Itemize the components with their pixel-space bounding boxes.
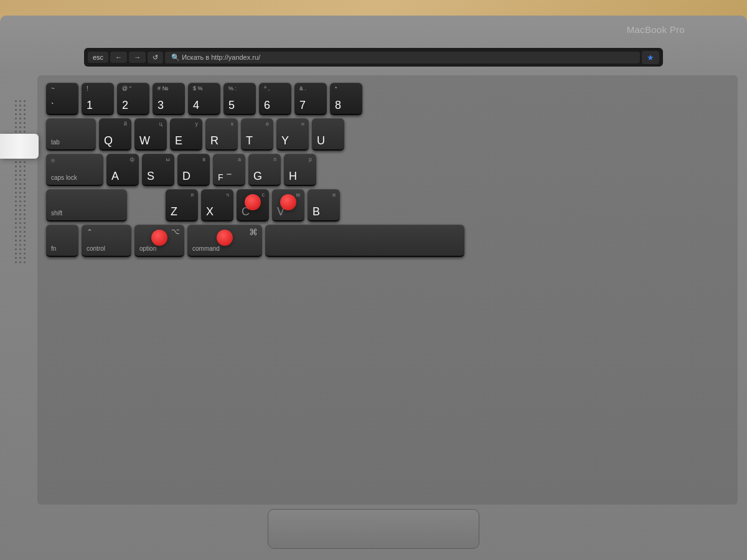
- key-tilde[interactable]: ~ `: [46, 83, 78, 115]
- touch-bar: esc ← → ↺ 🔍 Искать в http://yandex.ru/ ★: [84, 48, 663, 67]
- asdf-row: caps lock ф A ы S в D а: [46, 154, 733, 186]
- key-c[interactable]: с C: [237, 189, 269, 222]
- key-b[interactable]: и B: [308, 189, 340, 222]
- key-x[interactable]: ч X: [201, 189, 233, 222]
- key-option[interactable]: ⌥ option: [134, 225, 184, 257]
- key-shift-left[interactable]: shift: [46, 189, 127, 222]
- chassis: MacBook Pro esc ← → ↺ 🔍 Искать в http://…: [0, 16, 747, 560]
- red-dot-command: [217, 230, 233, 246]
- tb-refresh[interactable]: ↺: [148, 52, 163, 63]
- number-row: ~ ` ! 1 @ " 2 # № 3: [46, 83, 733, 115]
- key-q[interactable]: й Q: [99, 118, 131, 151]
- key-h[interactable]: р H: [284, 154, 316, 186]
- key-6[interactable]: ^ , 6: [259, 83, 291, 115]
- key-g[interactable]: п G: [248, 154, 281, 186]
- red-dot-v: [280, 194, 296, 210]
- key-space[interactable]: [265, 225, 464, 257]
- key-4[interactable]: $ % 4: [188, 83, 220, 115]
- tb-bookmark[interactable]: ★: [642, 51, 659, 64]
- key-fn[interactable]: fn: [46, 225, 78, 257]
- key-control[interactable]: ⌃ control: [82, 225, 131, 257]
- key-5[interactable]: % : 5: [223, 83, 256, 115]
- key-z[interactable]: я Z: [166, 189, 198, 222]
- key-w[interactable]: ц W: [134, 118, 167, 151]
- tb-esc[interactable]: esc: [88, 52, 108, 63]
- keyboard-panel: ~ ` ! 1 @ " 2 # № 3: [37, 75, 738, 505]
- key-e[interactable]: у E: [170, 118, 202, 151]
- key-capslock[interactable]: caps lock: [46, 154, 103, 186]
- key-r[interactable]: к R: [205, 118, 238, 151]
- key-y[interactable]: н Y: [276, 118, 309, 151]
- tb-forward[interactable]: →: [129, 52, 146, 63]
- key-v[interactable]: м V: [272, 189, 304, 222]
- key-tab[interactable]: tab: [46, 118, 96, 151]
- usb-cable: [0, 134, 39, 159]
- keyboard-rows: ~ ` ! 1 @ " 2 # № 3: [46, 83, 733, 257]
- key-a[interactable]: ф A: [106, 154, 139, 186]
- key-f[interactable]: а F: [213, 154, 245, 186]
- zxcv-row: shift я Z ч X с C: [46, 189, 733, 222]
- key-u[interactable]: U: [312, 118, 344, 151]
- tb-search[interactable]: 🔍 Искать в http://yandex.ru/: [165, 52, 640, 63]
- key-7[interactable]: & . 7: [294, 83, 327, 115]
- key-d[interactable]: в D: [177, 154, 210, 186]
- trackpad[interactable]: [268, 509, 479, 549]
- brand-label: MacBook Pro: [627, 24, 685, 35]
- key-3[interactable]: # № 3: [153, 83, 185, 115]
- scene: MacBook Pro esc ← → ↺ 🔍 Искать в http://…: [0, 0, 747, 560]
- tb-back[interactable]: ←: [110, 52, 127, 63]
- key-8[interactable]: * 8: [330, 83, 362, 115]
- qwerty-row: tab й Q ц W у E к: [46, 118, 733, 151]
- key-t[interactable]: е T: [241, 118, 273, 151]
- key-s[interactable]: ы S: [142, 154, 174, 186]
- key-command[interactable]: ⌘ command: [187, 225, 262, 257]
- red-dot-c: [245, 194, 261, 210]
- key-2[interactable]: @ " 2: [117, 83, 149, 115]
- red-dot-option: [151, 230, 167, 246]
- key-1[interactable]: ! 1: [82, 83, 114, 115]
- modifier-row: fn ⌃ control ⌥ option ⌘ command: [46, 225, 733, 257]
